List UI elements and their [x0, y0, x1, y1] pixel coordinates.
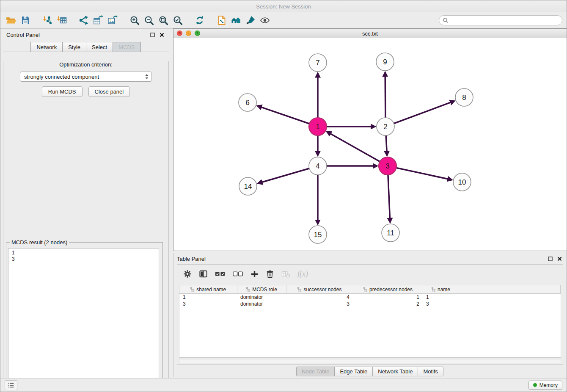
import-network-icon[interactable]	[40, 14, 55, 27]
graph-node-label: 1	[316, 123, 319, 131]
zoom-out-icon[interactable]	[142, 14, 156, 27]
table-cell[interactable]: 3	[423, 301, 459, 307]
table-toolbar: f(x)	[177, 265, 563, 283]
graph-node-label: 3	[385, 162, 389, 170]
table-cell[interactable]: 4	[286, 294, 353, 301]
mcds-result-line: 1	[12, 250, 155, 256]
select-all-icon[interactable]	[215, 271, 226, 277]
table-cell[interactable]: 3	[179, 301, 237, 307]
dropdown-stepper-icon	[144, 73, 150, 80]
window-close-icon[interactable]: ✕	[177, 30, 182, 36]
horizontal-scrollbar[interactable]	[179, 359, 561, 363]
window-title: Session: New Session	[256, 3, 311, 10]
table-header-row: shared name MCDS role successor nodes pr…	[179, 285, 561, 294]
memory-button[interactable]: Memory	[528, 381, 562, 390]
close-panel-icon[interactable]	[158, 31, 165, 38]
export-network-icon[interactable]	[77, 14, 91, 27]
table-cell[interactable]: 2	[353, 301, 423, 307]
main-toolbar	[0, 12, 567, 29]
table-settings-gear-icon[interactable]	[183, 270, 192, 278]
window-minimize-icon[interactable]: −	[186, 30, 191, 36]
tab-node-table[interactable]: Node Table	[296, 367, 335, 376]
graph-node-label: 14	[244, 182, 252, 190]
tab-edge-table[interactable]: Edge Table	[334, 367, 373, 376]
tab-select[interactable]: Select	[86, 42, 113, 52]
add-column-icon[interactable]	[250, 270, 259, 278]
mcds-panel-content: Optimization criterion: strongly connect…	[3, 61, 169, 384]
annotation-document-icon[interactable]	[215, 14, 229, 27]
graph-node-label: 9	[383, 58, 387, 66]
import-table-icon[interactable]	[55, 14, 69, 27]
style-brush-icon[interactable]	[243, 14, 258, 27]
network-canvas[interactable]: 7968124314101511	[173, 38, 567, 251]
table-cell[interactable]: 1	[353, 294, 423, 301]
control-panel-tabs: Network Style Select MCDS	[3, 40, 169, 52]
save-session-icon[interactable]	[18, 14, 33, 27]
table-row[interactable]: 1dominator411	[179, 294, 561, 301]
column-header-name[interactable]: name	[423, 285, 459, 294]
graph-edge-3-1[interactable]	[327, 132, 388, 166]
column-header-filler	[459, 285, 561, 294]
criterion-dropdown[interactable]: strongly connected component	[20, 72, 152, 82]
graph-edge-3-10[interactable]	[388, 166, 452, 180]
zoom-in-icon[interactable]	[127, 14, 142, 27]
float-panel-icon[interactable]	[149, 31, 156, 38]
open-session-icon[interactable]	[4, 14, 18, 27]
run-mcds-button[interactable]: Run MCDS	[42, 86, 83, 97]
table-cell[interactable]: 1	[423, 294, 459, 301]
table-cell[interactable]: dominator	[237, 294, 286, 301]
search-icon	[443, 17, 449, 23]
show-columns-icon[interactable]	[199, 270, 208, 278]
command-list-icon[interactable]	[5, 380, 17, 390]
delete-column-icon[interactable]	[266, 270, 274, 279]
window-maximize-icon[interactable]: +	[195, 30, 200, 36]
node-table-scroll-area[interactable]: shared name MCDS role successor nodes pr…	[179, 285, 561, 358]
column-type-icon	[297, 287, 302, 292]
window-titlebar[interactable]: Session: New Session	[0, 0, 567, 12]
tab-mcds[interactable]: MCDS	[113, 42, 140, 52]
column-header-mcds-role[interactable]: MCDS role	[237, 285, 286, 294]
graph-edge-1-6[interactable]	[258, 106, 318, 127]
table-cell[interactable]: dominator	[237, 301, 286, 307]
close-panel-button[interactable]: Close panel	[88, 86, 130, 97]
export-table-icon[interactable]	[91, 14, 105, 27]
home-view-icon[interactable]	[229, 14, 243, 27]
function-builder-icon: f(x)	[297, 270, 308, 279]
mcds-result-title: MCDS result (2 nodes)	[10, 239, 69, 246]
graph-node-label: 4	[316, 162, 319, 170]
graph-node-label: 2	[383, 123, 387, 131]
table-row[interactable]: 3dominator323	[179, 301, 561, 307]
float-table-panel-icon[interactable]	[546, 255, 554, 262]
tab-motifs[interactable]: Motifs	[418, 367, 443, 376]
zoom-selected-icon[interactable]	[171, 14, 185, 27]
mcds-result-list[interactable]: 1 3	[8, 248, 159, 392]
deselect-all-icon[interactable]	[233, 271, 243, 277]
mcds-result-line: 3	[12, 256, 155, 262]
export-image-icon[interactable]	[105, 14, 120, 27]
table-cell[interactable]: 1	[179, 294, 237, 301]
column-header-shared-name[interactable]: shared name	[179, 285, 237, 294]
control-panel-title: Control Panel	[6, 32, 40, 38]
network-window-titlebar[interactable]: ✕ − + scc.txt	[173, 29, 567, 39]
graph-edge-2-8[interactable]	[385, 101, 454, 127]
tab-style[interactable]: Style	[62, 42, 86, 52]
network-window: ✕ − + scc.txt 7968124314101511	[173, 28, 567, 251]
table-panel-title: Table Panel	[177, 256, 206, 262]
column-header-predecessor-nodes[interactable]: predecessor nodes	[353, 285, 423, 294]
graph-edge-4-14[interactable]	[258, 166, 318, 183]
control-panel: Control Panel Network Style Select MCDS …	[3, 29, 169, 375]
search-field[interactable]	[439, 15, 562, 25]
graph-node-label: 6	[245, 99, 249, 107]
tab-network-table[interactable]: Network Table	[372, 367, 418, 376]
show-hide-icon[interactable]	[258, 14, 272, 27]
table-panel: Table Panel	[173, 253, 567, 377]
column-type-icon	[190, 287, 195, 292]
search-input[interactable]	[449, 17, 559, 24]
table-cell[interactable]: 3	[286, 301, 353, 307]
refresh-view-icon[interactable]	[193, 14, 207, 27]
close-table-panel-icon[interactable]	[556, 255, 563, 262]
zoom-fit-content-icon[interactable]	[156, 14, 171, 27]
app-window: Session: New Session	[0, 0, 567, 392]
tab-network[interactable]: Network	[30, 42, 63, 52]
column-header-successor-nodes[interactable]: successor nodes	[286, 285, 353, 294]
